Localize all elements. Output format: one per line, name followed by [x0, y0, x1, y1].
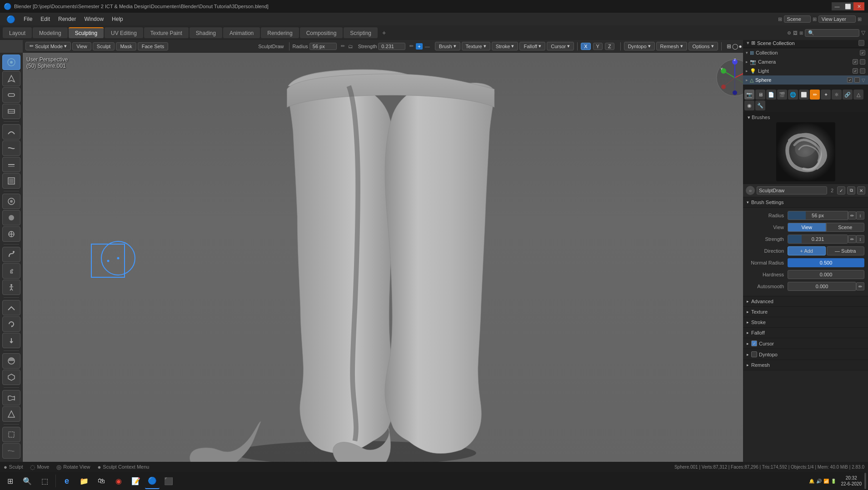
tab-animation[interactable]: Animation	[223, 27, 260, 38]
dyntopo-header[interactable]: ▸ Dyntopo	[743, 349, 868, 360]
dyntopo-dropdown[interactable]: Dyntopo ▾	[624, 42, 655, 50]
prop-render-icon[interactable]: 📷	[744, 90, 754, 100]
prop-scene-icon[interactable]: 🎬	[777, 90, 787, 100]
camera-row[interactable]: ▸ 📷 Camera ✓	[743, 57, 868, 66]
mask-menu[interactable]: Mask	[116, 42, 136, 50]
scene-collection-visibility[interactable]	[858, 40, 864, 46]
search-button[interactable]: 🔍	[19, 473, 35, 489]
tool-inflate[interactable]	[2, 194, 20, 209]
radius-edit-btn[interactable]: ✏	[848, 211, 856, 220]
tool-box-mask[interactable]	[2, 427, 20, 442]
vscode-btn[interactable]: ⬛	[160, 473, 177, 489]
unit-scene-btn[interactable]: Scene	[826, 223, 865, 232]
prop-object-icon[interactable]: ⬜	[799, 90, 809, 100]
normal-radius-bar[interactable]: 0.500	[788, 258, 864, 267]
menu-file[interactable]: File	[20, 15, 36, 23]
light-visibility[interactable]: ✓	[853, 68, 858, 74]
tool-clay[interactable]	[2, 87, 20, 103]
tab-compositing[interactable]: Compositing	[300, 27, 343, 38]
chrome-btn[interactable]: ◉	[110, 473, 127, 489]
cursor-dropdown[interactable]: Cursor ▾	[547, 42, 574, 50]
advanced-header[interactable]: ▸ Advanced	[743, 296, 868, 307]
camera-select[interactable]	[860, 59, 865, 65]
close-button[interactable]: ✕	[853, 2, 864, 10]
sculpt-menu[interactable]: Sculpt	[93, 42, 115, 50]
unit-view-btn[interactable]: View	[788, 223, 826, 232]
show-desktop-btn[interactable]	[864, 473, 866, 489]
menu-window[interactable]: Window	[80, 15, 107, 23]
brush-delete-btn[interactable]: ✕	[857, 186, 865, 195]
strength-value[interactable]: 0.231	[378, 43, 405, 50]
stroke-header[interactable]: ▸ Stroke	[743, 317, 868, 328]
tool-smooth[interactable]	[2, 140, 20, 156]
view-layer-selector[interactable]: View Layer	[818, 15, 856, 23]
texture-header[interactable]: ▸ Texture	[743, 307, 868, 317]
tool-draw[interactable]	[2, 55, 20, 70]
viewport[interactable]: User Perspective (50) Sphere.001 X Y Z	[23, 53, 760, 477]
stroke-dropdown[interactable]: Stroke ▾	[492, 42, 519, 50]
sphere-visibility[interactable]: ✓	[847, 77, 853, 83]
light-select[interactable]	[860, 68, 865, 74]
falloff-header[interactable]: ▸ Falloff	[743, 328, 868, 338]
tool-thumb[interactable]	[2, 263, 20, 279]
view-menu[interactable]: View	[72, 42, 91, 50]
tool-draw-sharp[interactable]	[2, 71, 20, 86]
viewport-overlay-icon[interactable]: ◯	[732, 43, 738, 50]
tab-sculpting[interactable]: Sculpting	[69, 27, 104, 38]
tool-smear[interactable]	[2, 443, 20, 459]
tool-nudge[interactable]	[2, 333, 20, 348]
notification-icon[interactable]: 🔔	[809, 479, 814, 484]
menu-render[interactable]: Render	[55, 15, 80, 23]
symmetry-z[interactable]: Z	[605, 43, 614, 50]
filter-icon[interactable]: ▽	[861, 30, 865, 36]
tool-snake-hook[interactable]	[2, 247, 20, 262]
sphere-select[interactable]	[854, 77, 860, 83]
prop-physics-icon[interactable]: ⚛	[832, 90, 842, 100]
sculpt-mode-dropdown[interactable]: ✏ Sculpt Mode ▾	[25, 42, 71, 50]
tool-pinch[interactable]	[2, 300, 20, 315]
tool-blob[interactable]	[2, 210, 20, 225]
tool-flatten[interactable]	[2, 157, 20, 172]
tool-simplify[interactable]	[2, 406, 20, 422]
prop-world-icon[interactable]: 🌐	[788, 90, 798, 100]
tool-fill[interactable]	[2, 173, 20, 189]
tab-texture-paint[interactable]: Texture Paint	[144, 27, 189, 38]
strength-driver-btn[interactable]: ↕	[856, 235, 864, 243]
start-button[interactable]: ⊞	[2, 473, 18, 489]
brush-copy-btn[interactable]: ⧉	[847, 186, 855, 195]
taskbar-clock[interactable]: 20:32 22-6-2020	[841, 475, 862, 487]
tool-clay-strips[interactable]	[2, 104, 20, 119]
blender-taskbar-btn[interactable]: 🔵	[145, 473, 160, 489]
network-icon[interactable]: 📶	[823, 479, 829, 484]
strength-value-bar[interactable]: 0.231	[788, 235, 848, 244]
tab-rendering[interactable]: Rendering	[261, 27, 299, 38]
edge-browser-btn[interactable]: e	[59, 473, 75, 489]
search-input[interactable]: 🔍	[805, 29, 859, 37]
explorer-btn[interactable]: 📁	[76, 473, 92, 489]
tab-scripting[interactable]: Scripting	[344, 27, 378, 38]
remesh-dropdown[interactable]: Remesh ▾	[656, 42, 687, 50]
prop-particles-icon[interactable]: ✦	[821, 90, 831, 100]
prop-material-icon[interactable]: ◉	[744, 100, 754, 110]
camera-visibility[interactable]: ✓	[853, 59, 858, 65]
maximize-button[interactable]: ⬜	[843, 2, 853, 10]
direction-subtract-btn[interactable]: — Subtra	[827, 246, 865, 255]
collection-visibility[interactable]: ✓	[860, 50, 865, 55]
tool-pose[interactable]	[2, 280, 20, 295]
texture-dropdown[interactable]: Texture ▾	[462, 42, 490, 50]
prop-constraints-icon[interactable]: 🔗	[843, 90, 853, 100]
tab-shading[interactable]: Shading	[190, 27, 222, 38]
minimize-button[interactable]: —	[832, 2, 843, 10]
menu-edit[interactable]: Edit	[37, 15, 54, 23]
face-sets-menu[interactable]: Face Sets	[138, 42, 169, 50]
brush-settings-header[interactable]: ▾ Brush Settings	[743, 197, 868, 208]
radius-value-bar[interactable]: 56 px	[788, 211, 848, 220]
store-btn[interactable]: 🛍	[93, 473, 110, 489]
tool-crease[interactable]	[2, 124, 20, 140]
scene-selector[interactable]: Scene	[784, 15, 811, 23]
symmetry-y[interactable]: Y	[593, 43, 603, 50]
remesh-header[interactable]: ▸ Remesh	[743, 360, 868, 370]
volume-icon[interactable]: 🔊	[816, 479, 822, 484]
prop-data-icon[interactable]: △	[853, 90, 863, 100]
tab-layout[interactable]: Layout	[3, 27, 32, 38]
